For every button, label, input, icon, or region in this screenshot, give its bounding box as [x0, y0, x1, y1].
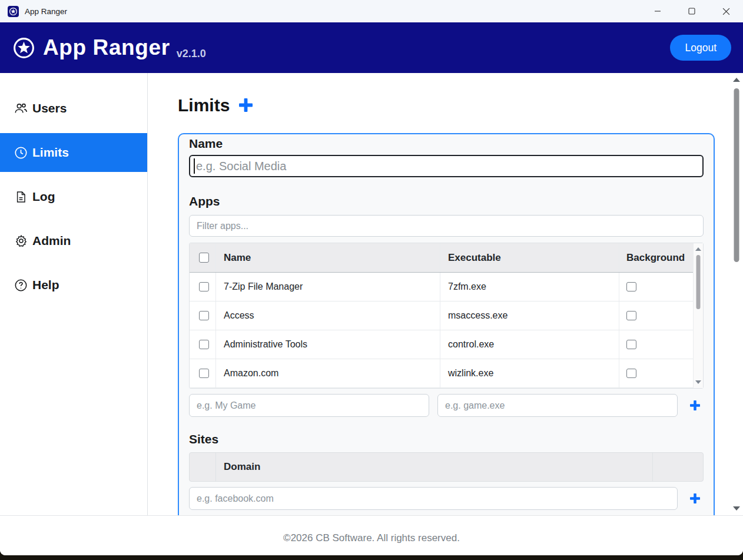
app-version: v2.1.0	[177, 48, 206, 60]
users-icon	[14, 102, 28, 115]
footer: ©2026 CB Software. All rights reserved.	[0, 515, 743, 555]
row-checkbox[interactable]	[199, 282, 209, 292]
plus-icon	[690, 493, 700, 503]
plus-icon	[239, 98, 253, 112]
sidebar-item-label: Help	[32, 278, 59, 292]
add-site-row	[189, 487, 704, 510]
col-header-background: Background	[619, 243, 694, 272]
filter-apps-input[interactable]	[189, 215, 704, 237]
app-name-cell: Administrative Tools	[216, 330, 440, 359]
new-site-domain-input[interactable]	[189, 487, 678, 510]
gear-icon	[14, 234, 28, 248]
app-exe-cell: control.exe	[440, 330, 619, 359]
sidebar-item-limits[interactable]: Limits	[0, 133, 147, 172]
sidebar-item-label: Users	[32, 101, 67, 115]
add-app-button[interactable]	[686, 400, 704, 410]
background-checkbox[interactable]	[626, 311, 636, 321]
scroll-up-icon[interactable]	[733, 78, 740, 82]
apps-label: Apps	[189, 194, 704, 208]
scrollbar-thumb[interactable]	[734, 88, 739, 262]
add-app-row	[189, 394, 704, 417]
page-title: Limits	[178, 97, 230, 114]
app-window: App Ranger App Ranger v2.1.0 Logout	[0, 0, 743, 555]
main-content: Limits Name Apps	[148, 73, 743, 515]
table-row: 7-Zip File Manager 7zfm.exe	[190, 273, 703, 301]
log-icon	[14, 190, 28, 204]
titlebar: App Ranger	[0, 0, 743, 22]
background-checkbox[interactable]	[626, 282, 636, 292]
name-label: Name	[189, 137, 704, 151]
table-row: Administrative Tools control.exe	[190, 330, 703, 359]
app-name-cell: 7-Zip File Manager	[216, 273, 440, 301]
col-header-executable: Executable	[440, 243, 619, 272]
logout-button[interactable]: Logout	[670, 35, 731, 61]
app-titlebar-icon	[8, 6, 19, 17]
help-icon	[14, 279, 28, 292]
sidebar-item-help[interactable]: Help	[0, 266, 147, 304]
app-exe-cell: wizlink.exe	[440, 359, 619, 387]
sidebar-item-label: Limits	[32, 145, 69, 160]
limit-name-input[interactable]	[189, 155, 704, 177]
copyright-text: ©2026 CB Software. All rights reserved.	[283, 532, 460, 544]
col-header-name: Name	[216, 243, 440, 272]
app-exe-cell: 7zfm.exe	[440, 273, 619, 301]
new-app-exe-input[interactable]	[437, 394, 678, 417]
row-checkbox[interactable]	[199, 369, 209, 379]
app-exe-cell: msaccess.exe	[440, 301, 619, 330]
app-name: App Ranger	[43, 35, 170, 60]
app-name-cell: Access	[216, 301, 440, 330]
apps-table-header: Name Executable Background	[190, 243, 703, 273]
maximize-button[interactable]	[675, 0, 709, 22]
scroll-down-icon[interactable]	[733, 506, 740, 511]
sidebar-item-label: Admin	[32, 234, 71, 248]
row-checkbox[interactable]	[199, 311, 209, 321]
scroll-down-icon[interactable]	[695, 380, 701, 384]
apps-table: Name Executable Background 7-Zip File Ma…	[189, 243, 704, 389]
scroll-up-icon[interactable]	[695, 247, 701, 251]
star-badge-icon	[9, 7, 18, 16]
apps-table-scrollbar[interactable]	[693, 243, 703, 388]
maximize-icon	[688, 8, 695, 15]
minimize-icon	[654, 8, 661, 15]
plus-icon	[690, 400, 700, 410]
clock-icon	[14, 146, 28, 160]
sidebar-item-log[interactable]: Log	[0, 177, 147, 216]
new-app-name-input[interactable]	[189, 394, 429, 417]
add-site-button[interactable]	[686, 493, 704, 503]
select-all-checkbox[interactable]	[199, 253, 209, 263]
sidebar-item-admin[interactable]: Admin	[0, 221, 147, 260]
limit-form-panel: Name Apps Name Executable Background	[178, 133, 715, 515]
add-limit-button[interactable]	[239, 98, 253, 112]
table-row: Amazon.com wizlink.exe	[190, 359, 703, 388]
text-caret	[194, 158, 195, 174]
close-icon	[722, 8, 730, 15]
minimize-button[interactable]	[641, 0, 675, 22]
sidebar: Users Limits	[0, 73, 148, 515]
sidebar-item-users[interactable]: Users	[0, 89, 147, 128]
window-controls	[641, 0, 743, 22]
window-title: App Ranger	[25, 7, 67, 16]
background-checkbox[interactable]	[626, 369, 636, 379]
scrollbar-thumb[interactable]	[696, 255, 701, 309]
sidebar-item-label: Log	[32, 190, 55, 204]
background-checkbox[interactable]	[626, 340, 636, 350]
table-row: Access msaccess.exe	[190, 301, 703, 330]
main-scrollbar[interactable]	[732, 73, 741, 515]
app-header: App Ranger v2.1.0 Logout	[0, 22, 743, 73]
brand-star-badge-icon	[13, 37, 35, 59]
sites-table-header: Domain	[189, 452, 704, 482]
body: Users Limits	[0, 73, 743, 515]
row-checkbox[interactable]	[199, 340, 209, 350]
sites-label: Sites	[189, 432, 704, 446]
app-name-cell: Amazon.com	[216, 359, 440, 387]
col-header-domain: Domain	[216, 453, 653, 481]
close-button[interactable]	[709, 0, 743, 22]
